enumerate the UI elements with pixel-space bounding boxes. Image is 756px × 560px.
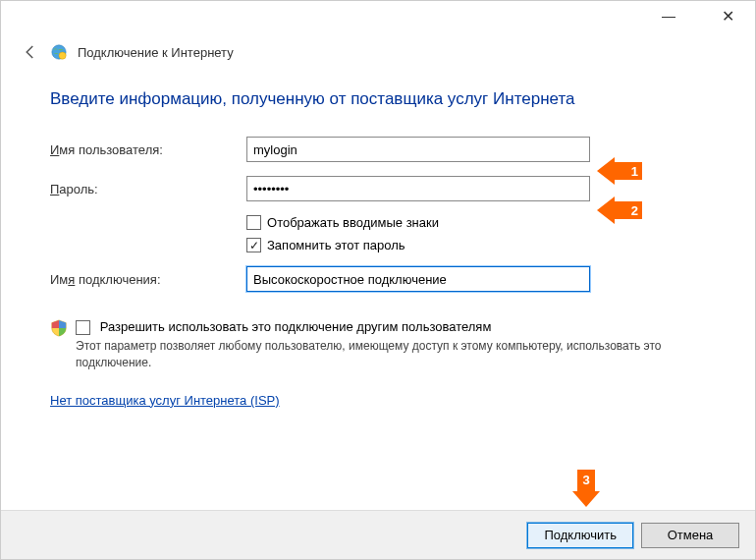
dialog-window: — ✕ Подключение к Интернету Введите инфо… (0, 0, 756, 560)
remember-row: Запомнить этот пароль (246, 238, 706, 252)
callout-2: 2 (597, 196, 642, 224)
cancel-button[interactable]: Отмена (641, 523, 739, 548)
share-checkbox-row: Разрешить использовать это подключение д… (76, 319, 706, 335)
callout-1: 1 (597, 157, 642, 185)
no-isp-link[interactable]: Нет поставщика услуг Интернета (ISP) (50, 393, 280, 408)
username-input[interactable] (246, 137, 590, 162)
svg-point-1 (59, 52, 66, 59)
connection-name-label: Имя подключения: (50, 272, 246, 287)
show-chars-checkbox[interactable] (246, 215, 261, 230)
username-label: Имя пользователя: (50, 142, 246, 157)
connect-button[interactable]: Подключить (527, 523, 633, 548)
minimize-button[interactable]: — (649, 2, 688, 29)
dialog-footer: Подключить Отмена (1, 510, 755, 559)
globe-icon (50, 43, 68, 61)
share-sub-text: Этот параметр позволяет любому пользоват… (76, 338, 706, 371)
header-title: Подключение к Интернету (78, 45, 234, 60)
close-button[interactable]: ✕ (708, 2, 747, 29)
remember-checkbox[interactable] (246, 238, 261, 252)
remember-label: Запомнить этот пароль (267, 238, 405, 252)
callout-3: 3 (572, 470, 600, 507)
share-text-block: Разрешить использовать это подключение д… (76, 319, 706, 371)
titlebar: — ✕ (1, 1, 755, 30)
share-label: Разрешить использовать это подключение д… (100, 319, 492, 334)
shield-icon (50, 319, 68, 337)
connection-name-row: Имя подключения: (50, 266, 706, 292)
page-heading: Введите информацию, полученную от постав… (50, 89, 706, 109)
password-input[interactable] (246, 176, 590, 201)
content-area: Введите информацию, полученную от постав… (1, 70, 755, 510)
password-label: Пароль: (50, 182, 246, 196)
share-connection-row: Разрешить использовать это подключение д… (50, 319, 706, 371)
share-checkbox[interactable] (76, 320, 90, 335)
wizard-header: Подключение к Интернету (1, 30, 755, 70)
show-chars-label: Отображать вводимые знаки (267, 215, 439, 230)
connection-name-input[interactable] (246, 266, 590, 292)
back-arrow-icon[interactable] (21, 42, 40, 62)
